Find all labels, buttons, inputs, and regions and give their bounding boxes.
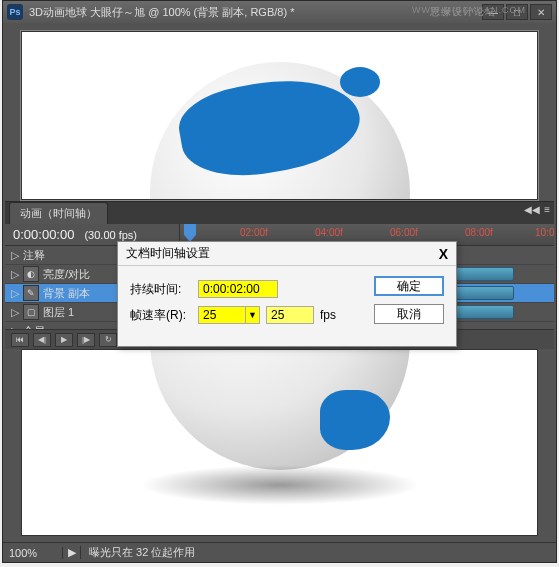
zoom-level[interactable]: 100% [3,547,63,559]
watermark-url: WWW.MISSYUAN.COM [412,5,526,15]
globe-graphic [150,62,410,200]
dialog-close-button[interactable]: X [439,246,448,262]
dialog-titlebar[interactable]: 文档时间轴设置 X [118,242,456,266]
loop-button[interactable]: ↻ [99,333,117,347]
expand-icon[interactable]: ▷ [7,249,23,262]
ruler-tick: 04:00f [315,227,343,238]
statusbar: 100% ▶ 曝光只在 32 位起作用 [3,542,556,562]
ruler-tick: 10:0 [535,227,554,238]
current-timecode[interactable]: 0:00:00:00 [13,227,74,242]
playhead-icon[interactable] [184,224,196,242]
ruler-tick: 08:00f [465,227,493,238]
canvas-content-lower[interactable] [21,349,538,536]
panel-tabs: 动画（时间轴） ◀◀ ≡ [5,202,554,224]
ruler-tick: 02:00f [240,227,268,238]
prev-frame-button[interactable]: ◀| [33,333,51,347]
expand-icon[interactable]: ▷ [7,287,23,300]
expand-icon[interactable]: ▷ [7,306,23,319]
timeline-settings-dialog: 文档时间轴设置 X 持续时间: 帧速率(R): ▼ fps 确定 取消 [117,241,457,347]
dialog-title-text: 文档时间轴设置 [126,245,439,262]
layer-thumb-icon: ▢ [23,304,39,320]
next-frame-button[interactable]: |▶ [77,333,95,347]
ruler-tick: 06:00f [390,227,418,238]
layer-label: 背景 副本 [43,286,90,301]
canvas-lower [9,349,550,542]
adjustment-icon: ◐ [23,266,39,282]
statusbar-expand-icon[interactable]: ▶ [63,546,81,559]
close-button[interactable]: ✕ [530,4,552,20]
play-button[interactable]: ▶ [55,333,73,347]
duration-label: 持续时间: [130,281,192,298]
fps-input[interactable] [266,306,314,324]
tab-timeline[interactable]: 动画（时间轴） [9,202,108,224]
fps-display: (30.00 fps) [84,229,137,241]
expand-icon[interactable]: ▷ [7,268,23,281]
statusbar-info: 曝光只在 32 位起作用 [81,545,195,560]
app-window: Ps 3D动画地球 大眼仔～旭 @ 100% (背景 副本, RGB/8) * … [2,0,557,563]
layer-label: 注释 [23,248,45,263]
photoshop-icon: Ps [7,4,23,20]
continent-shape [340,67,380,97]
canvas-content[interactable] [21,31,538,200]
fps-label: 帧速率(R): [130,307,192,324]
cancel-button[interactable]: 取消 [374,304,444,324]
layer-label: 亮度/对比 [43,267,90,282]
ok-button[interactable]: 确定 [374,276,444,296]
layer-thumb-icon: ✎ [23,285,39,301]
globe-graphic-lower [150,349,410,470]
layer-label: 图层 1 [43,305,74,320]
shadow-graphic [140,465,420,505]
panel-menu-icon[interactable]: ≡ [544,204,550,215]
canvas-upper [9,25,550,200]
duration-input[interactable] [198,280,278,298]
dropdown-arrow-icon[interactable]: ▼ [246,306,260,324]
fps-unit-label: fps [320,308,336,322]
fps-select[interactable] [198,306,246,324]
panel-collapse-icon[interactable]: ◀◀ [524,204,540,215]
rewind-button[interactable]: ⏮ [11,333,29,347]
continent-shape [320,390,390,450]
continent-shape [173,67,366,187]
